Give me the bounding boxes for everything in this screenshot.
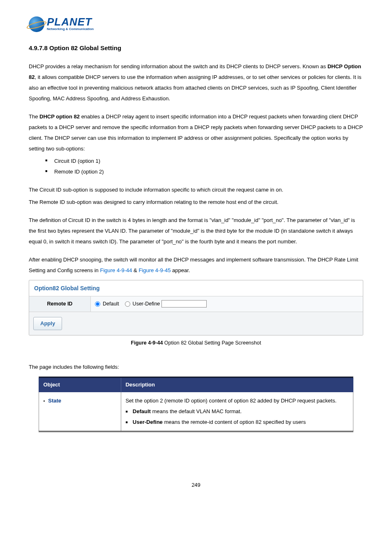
fields-table: Object Description •State Set the option… — [39, 377, 353, 432]
desc-bullet-userdefine: User-Define means the remote-id content … — [125, 417, 348, 428]
brand-logo: PLANET Networking & Communication — [29, 16, 363, 32]
text: After enabling DHCP snooping, the switch… — [29, 257, 358, 273]
th-description: Description — [121, 377, 353, 392]
figure-link-4-9-45[interactable]: Figure 4-9-45 — [138, 267, 171, 273]
panel-title: Option82 Global Setting — [29, 280, 363, 296]
description-cell: Set the option 2 (remote ID option) cont… — [121, 392, 353, 432]
list-item: Circuit ID (option 1) — [45, 156, 363, 166]
sub-option-list: Circuit ID (option 1) Remote ID (option … — [29, 156, 363, 177]
text: DHCP provides a relay mechanism for send… — [29, 63, 327, 69]
text: means the remote-id content of option 82… — [163, 419, 306, 425]
list-item: Remote ID (option 2) — [45, 166, 363, 177]
text: The — [29, 113, 39, 120]
apply-button[interactable]: Apply — [33, 317, 62, 330]
remote-id-row: Remote ID Default User-Define — [29, 296, 363, 312]
figure-caption: Figure 4-9-44 Option 82 Global Setting P… — [29, 340, 363, 347]
remote-id-default-radio[interactable] — [95, 301, 100, 307]
paragraph-4: The Remote ID sub-option was designed to… — [29, 197, 363, 208]
radio-label-userdefine: User-Define — [133, 301, 160, 308]
paragraph-6: After enabling DHCP snooping, the switch… — [29, 254, 363, 276]
desc-text: Set the option 2 (remote ID option) cont… — [125, 395, 348, 406]
text: & — [132, 267, 138, 273]
remote-id-label: Remote ID — [29, 296, 91, 312]
desc-bullet-default: Default means the default VLAN MAC forma… — [125, 406, 348, 417]
text: , it allows compatible DHCP servers to u… — [29, 74, 362, 102]
table-row: •State Set the option 2 (remote ID optio… — [39, 392, 353, 432]
remote-id-controls: Default User-Define — [91, 296, 363, 312]
bold-text: User-Define — [133, 419, 163, 425]
bullet-dot-icon: • — [43, 398, 48, 403]
globe-icon — [29, 16, 44, 32]
caption-text: Option 82 Global Setting Page Screenshot — [163, 340, 261, 346]
paragraph-3: The Circuit ID sub-option is supposed to… — [29, 185, 363, 195]
logo-main-text: PLANET — [47, 17, 94, 27]
remote-id-userdefine-radio[interactable] — [125, 301, 130, 307]
figure-link-4-9-44[interactable]: Figure 4-9-44 — [100, 267, 132, 273]
section-heading: 4.9.7.8 Option 82 Global Setting — [29, 44, 363, 52]
bold-text: DHCP option 82 — [39, 113, 80, 120]
option82-setting-panel: Option82 Global Setting Remote ID Defaul… — [29, 280, 363, 335]
bold-text: Default — [133, 408, 151, 414]
object-state: State — [48, 398, 61, 404]
text: appear. — [171, 267, 190, 273]
paragraph-5: The definition of Circuit ID in the swit… — [29, 215, 363, 247]
table-header-row: Object Description — [39, 377, 353, 392]
caption-fig-number: Figure 4-9-44 — [131, 340, 163, 346]
object-cell: •State — [39, 392, 121, 432]
radio-label-default: Default — [103, 301, 119, 308]
text: means the default VLAN MAC format. — [151, 408, 242, 414]
user-define-input[interactable] — [161, 300, 207, 308]
logo-sub-text: Networking & Communication — [47, 27, 94, 31]
fields-intro: The page includes the following fields: — [29, 363, 363, 371]
paragraph-1: DHCP provides a relay mechanism for send… — [29, 61, 363, 104]
page-number: 249 — [29, 481, 363, 489]
paragraph-2: The DHCP option 82 enables a DHCP relay … — [29, 111, 363, 154]
th-object: Object — [39, 377, 121, 392]
